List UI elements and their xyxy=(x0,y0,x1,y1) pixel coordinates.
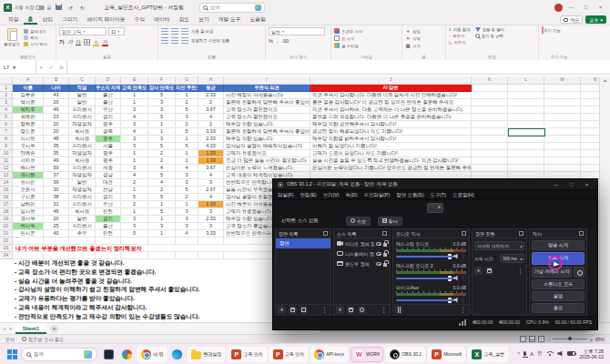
cell[interactable] xyxy=(472,85,508,92)
cell[interactable]: 김무준 xyxy=(13,92,44,99)
cell[interactable]: 구시윤 xyxy=(13,194,44,201)
align-bottom-icon[interactable] xyxy=(181,28,188,35)
obs-menu-item[interactable]: 보기(V) xyxy=(323,192,340,198)
ribbon-tab[interactable]: 홈 xyxy=(24,15,38,25)
row-number[interactable]: 13 xyxy=(0,172,13,179)
cell[interactable]: 5 xyxy=(176,143,198,150)
cell[interactable]: 궁금한 점이 해결되셨다니 저도 기쁩니다! xyxy=(310,128,472,136)
cell[interactable] xyxy=(508,165,544,172)
speaker-icon[interactable] xyxy=(453,254,459,259)
ribbon-tab[interactable]: 검토 xyxy=(175,15,195,25)
cell[interactable]: 3.33 xyxy=(198,128,224,136)
cell[interactable]: 2 xyxy=(176,99,198,106)
cell[interactable]: 1.33 xyxy=(198,150,224,157)
cell[interactable]: 인천 xyxy=(96,208,121,216)
cell[interactable]: 20 xyxy=(44,128,69,136)
row-number[interactable]: 17 xyxy=(0,201,13,208)
obs-menu-item[interactable]: 편집(E) xyxy=(300,192,317,198)
cell[interactable]: 배시언 xyxy=(13,165,44,172)
cell[interactable]: 시간 배정이 아쉬웠습니다. xyxy=(224,92,310,99)
header-cell[interactable]: 주소지 지역 xyxy=(96,85,121,92)
sources-more-icon[interactable]: ⋮ xyxy=(380,306,388,314)
cell[interactable]: 광주 xyxy=(96,136,121,143)
mixer-dock-header[interactable]: 오디오 믹서 xyxy=(393,229,469,238)
cell[interactable]: 38 xyxy=(44,194,69,201)
taskbar-item-ppt[interactable]: 교육 만족 xyxy=(269,347,308,362)
cell[interactable]: 경기 xyxy=(96,114,121,121)
sheet-nav-right-icon[interactable]: › xyxy=(9,326,11,332)
cell[interactable]: 1 xyxy=(148,230,176,238)
cell[interactable]: 2 xyxy=(198,99,224,106)
cell[interactable]: 1 xyxy=(121,187,148,194)
cell[interactable]: 3 xyxy=(148,223,176,230)
header-cell[interactable]: 주관식 의견 xyxy=(224,85,310,92)
cell[interactable] xyxy=(544,92,581,99)
cell[interactable]: 5 xyxy=(121,230,148,238)
cell[interactable]: 1.33 xyxy=(198,201,224,208)
cell[interactable] xyxy=(508,143,544,150)
taskbar-item-edge[interactable] xyxy=(169,347,185,362)
row-number[interactable]: 4 xyxy=(0,106,13,114)
cell[interactable]: 3 xyxy=(198,179,224,187)
cell[interactable]: 울산 xyxy=(96,99,121,106)
cell[interactable]: 3 xyxy=(198,208,224,216)
remove-scene-button[interactable] xyxy=(289,306,297,314)
cell[interactable]: 2 xyxy=(121,179,148,187)
obs-maximize-button[interactable]: □ xyxy=(565,182,577,187)
font-name-select[interactable]: 맑은 고딕▾ xyxy=(59,27,107,35)
cell[interactable]: 서울 xyxy=(96,143,121,150)
insert-cells-button[interactable]: +삽입 xyxy=(405,28,442,34)
controls-popout-icon[interactable] xyxy=(579,231,584,236)
cell[interactable]: 25 xyxy=(44,223,69,230)
cell[interactable]: 불편을 드려 죄송합니다. 다음엔 더 나은 환경을 준비하겠습니다. xyxy=(310,114,472,121)
header-cell[interactable]: 나이 xyxy=(44,85,69,92)
ribbon-tab[interactable]: 수식 xyxy=(130,15,150,25)
cell[interactable]: 프리랜서 xyxy=(69,114,96,121)
cell[interactable]: 회사원 xyxy=(69,157,96,165)
column-header[interactable]: I xyxy=(224,76,310,85)
formula-input[interactable] xyxy=(67,60,610,74)
row-number[interactable]: 16 xyxy=(0,194,13,201)
tray-chevron-icon[interactable]: ^ xyxy=(517,351,520,357)
cell[interactable]: 서지유 xyxy=(13,157,44,165)
borders-button[interactable] xyxy=(84,39,90,46)
vertical-scrollbar[interactable]: ▲ xyxy=(599,76,610,322)
wrap-text-button[interactable]: 자동 줄 바꿈 xyxy=(191,29,213,34)
cell[interactable]: 교재가 유용했어요. xyxy=(224,150,310,157)
row-number[interactable]: 6 xyxy=(0,121,13,128)
virtual-camera-config-button[interactable] xyxy=(574,267,585,278)
sources-dock-header[interactable]: 소스 목록 xyxy=(334,229,390,238)
taskbar-item-chrome[interactable]: API keys xyxy=(310,347,348,362)
cell[interactable]: 한예준 xyxy=(13,150,44,157)
cell[interactable]: 회사원 xyxy=(69,136,96,143)
duration-input[interactable]: 300 ms▴▾ xyxy=(500,254,524,263)
name-box[interactable]: L7▾ xyxy=(0,60,36,74)
cell[interactable] xyxy=(508,136,544,143)
cell[interactable] xyxy=(13,238,44,245)
cell[interactable] xyxy=(198,238,224,245)
channel-options-icon[interactable]: ⋮ xyxy=(461,276,466,281)
column-header[interactable]: G xyxy=(176,76,198,85)
cell[interactable]: 3 xyxy=(198,223,224,230)
cell[interactable]: 재수강 의향 있습니다. xyxy=(224,136,310,143)
properties-button[interactable]: 속성 xyxy=(346,217,371,226)
cell[interactable]: 좋은 말씀 감사합니다! 더 궁금한 점 있으면 언제든 질문해 주세요. xyxy=(310,99,472,106)
cell[interactable] xyxy=(472,121,508,128)
cell[interactable]: 4 xyxy=(176,165,198,172)
paste-button[interactable]: 붙여넣기 xyxy=(3,27,21,46)
cell[interactable]: 5 xyxy=(148,143,176,150)
controls-dock-header[interactable]: 제어 xyxy=(530,229,586,238)
cell[interactable]: 자영업자 xyxy=(69,172,96,179)
cell[interactable]: 남하진 xyxy=(13,201,44,208)
lock-icon[interactable] xyxy=(383,263,387,267)
obs-menu-item[interactable]: 도움말(H) xyxy=(452,192,474,198)
cell[interactable]: 일반 xyxy=(69,216,96,223)
row-number[interactable]: 15 xyxy=(0,187,13,194)
cell[interactable]: 부산 xyxy=(96,201,121,208)
taskbar-item-work[interactable]: WORK xyxy=(351,347,384,362)
column-header[interactable]: B xyxy=(44,76,69,85)
ime-english-badge[interactable]: A xyxy=(530,351,534,357)
cancel-formula-icon[interactable]: × xyxy=(39,65,42,70)
cell[interactable]: 경기 xyxy=(96,216,121,223)
comments-button[interactable]: 메모 xyxy=(560,15,583,24)
